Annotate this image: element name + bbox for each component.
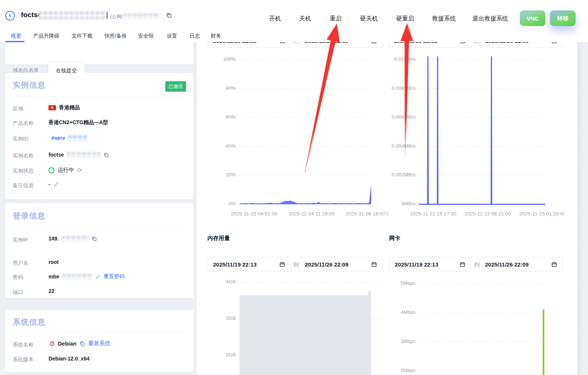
debian-icon [49,340,55,347]
field-label: 系统版本 [13,356,34,363]
y-tick-label: 0MB/s [375,201,416,207]
reinstall-system-link[interactable]: 重装系统 [88,340,110,347]
note-value: - [49,181,59,187]
reset-password-link[interactable]: 重置密码 [104,273,125,280]
date-value: 2025/11/19 22:13 [395,261,438,268]
action-hard-reboot[interactable]: 硬重启 [396,15,414,23]
field-label: 区域 [13,105,23,112]
date-value: 2025/11/26 22:09 [485,261,529,268]
field-label: 备注信息 [13,182,34,189]
edit-icon[interactable] [53,182,59,187]
edit-icon[interactable] [95,274,101,280]
y-tick-label: 0.006MB/s [375,114,416,120]
action-rescue-system[interactable]: 救援系统 [432,15,456,23]
scrollbar-track[interactable] [578,0,583,375]
instance-state-value: 运行中 ⟳ [49,167,82,174]
public-ip-label: [公网I [110,13,123,20]
tab-snapshot-backup[interactable]: 快照/备份 [104,33,127,40]
calendar-icon[interactable] [551,262,557,267]
y-tick-label: 80% [195,85,236,91]
calendar-icon[interactable] [460,262,465,267]
x-tick-label: 2025-11-25 01:25:00 [519,211,564,217]
calendar-icon[interactable] [279,262,285,267]
active-tab-indicator [5,41,25,42]
y-tick-label: 20% [195,172,236,177]
field-label: 系统名称 [13,341,34,348]
tab-security-group[interactable]: 安全组 [138,33,154,40]
redacted-public-ip [123,13,160,19]
action-power-on[interactable]: 开机 [269,15,281,23]
date-value: 2025/11/19 22:13 [213,261,257,268]
memory-section-title: 内存用量 [207,235,230,242]
copy-icon[interactable] [91,236,97,242]
redacted-instance-name [67,152,100,158]
product-value: 香港CN2+CTG精品—A型 [49,119,108,126]
tab-file-download[interactable]: 文件下载 [72,33,93,40]
card-title: 登录信息 [13,211,46,221]
y-tick-label: 2GB [195,352,236,357]
action-shutdown[interactable]: 关机 [299,15,311,23]
memory-start-date-input[interactable]: 2025/11/19 22:13 [207,257,291,271]
y-tick-label: 3GB [195,315,236,321]
x-tick-label: 2025-11-22 04:51:00 [231,211,277,217]
action-hard-shutdown[interactable]: 硬关机 [360,15,378,23]
tab-upgrade[interactable]: 产品升降级 [33,33,59,40]
copy-icon[interactable] [166,12,172,18]
y-tick-label: 5Mbps [375,280,416,286]
header: foctse [公网I 开机 关机 重启 硬关机 硬重启 救援系统 退出救援系统… [0,0,588,42]
system-info-card: 系统信息 系统名称 Debian 重装系统 系统版本 Debian-12.0_x… [5,310,193,372]
port-value: 22 [49,288,54,294]
os-value: Debian 重装系统 [49,340,110,347]
y-tick-label: 0.008MB/s [375,85,416,91]
field-label: 实例IP [13,237,28,243]
instance-name-value: foctse [49,152,109,158]
y-tick-label: 0.004MB/s [375,143,416,149]
back-button[interactable] [5,11,15,21]
running-status-icon [49,167,54,173]
x-tick-label: 2025-11-23 08:21:00 [465,211,511,217]
memory-end-date-input[interactable]: 2025/11/26 22:09 [299,257,382,271]
field-label: 用户名 [13,260,28,267]
instance-info-card: 实例信息 已激活 区域 ✻ 香港精品 产品名称 香港CN2+CTG精品—A型 实… [5,73,193,199]
y-tick-label: 0% [195,201,236,207]
tab-billing[interactable]: 财务 [211,33,221,40]
x-tick-label: 2025-11-21 15:17:00 [410,211,456,217]
redacted-instance-id [68,135,88,141]
to-label: 到 [474,262,479,268]
instance-id-value[interactable]: #serv [51,135,88,141]
divider [13,226,186,226]
title-separator [107,12,107,19]
divider [13,332,186,332]
y-tick-label: 60% [195,114,236,120]
vnc-button[interactable]: VNC [520,10,545,26]
y-tick-label: 100% [195,56,236,62]
action-reboot[interactable]: 重启 [330,15,342,23]
y-tick-label: 4GB [195,279,236,284]
action-exit-rescue-system[interactable]: 退出救援系统 [472,15,508,23]
network-section-title: 网卡 [389,235,400,242]
x-tick-label: 2025-11-24 11:29:00 [288,211,334,217]
os-version-value: Debian-12.0_x64 [49,356,90,362]
tab-logs[interactable]: 日志 [190,33,200,40]
instance-ip-value: 149. [49,236,97,242]
tab-overview[interactable]: 概要 [11,33,21,40]
calendar-icon[interactable] [371,262,377,267]
region-value: ✻ 香港精品 [49,104,80,111]
network-end-date-input[interactable]: 2025/11/26 22:09 [479,257,563,271]
hk-flag-icon: ✻ [49,105,56,110]
y-tick-label: 4Mbps [375,309,416,315]
transfer-button[interactable]: 转移 [550,10,576,26]
cpu-x-axis: 2025-11-22 04:51:002025-11-24 11:29:0020… [201,211,388,219]
network-start-date-input[interactable]: 2025/11/19 22:13 [389,257,471,271]
copy-icon[interactable] [103,152,109,158]
reinstall-icon[interactable] [79,341,85,346]
card-title: 系统信息 [13,317,46,327]
status-badge: 已激活 [165,81,186,92]
tab-settings[interactable]: 设置 [167,33,177,40]
login-info-card: 登录信息 实例IP 149. 用户名 root 密码 mbe 重置密码 端口 2… [5,203,193,298]
refresh-icon[interactable]: ⟳ [77,167,82,174]
page: 2025/11/19 22:13 到 2025/11/26 22:09 2025… [0,0,588,375]
field-label: 实例状态 [13,168,34,174]
field-label: 产品名称 [13,120,34,127]
password-value: mbe 重置密码 [49,273,125,280]
